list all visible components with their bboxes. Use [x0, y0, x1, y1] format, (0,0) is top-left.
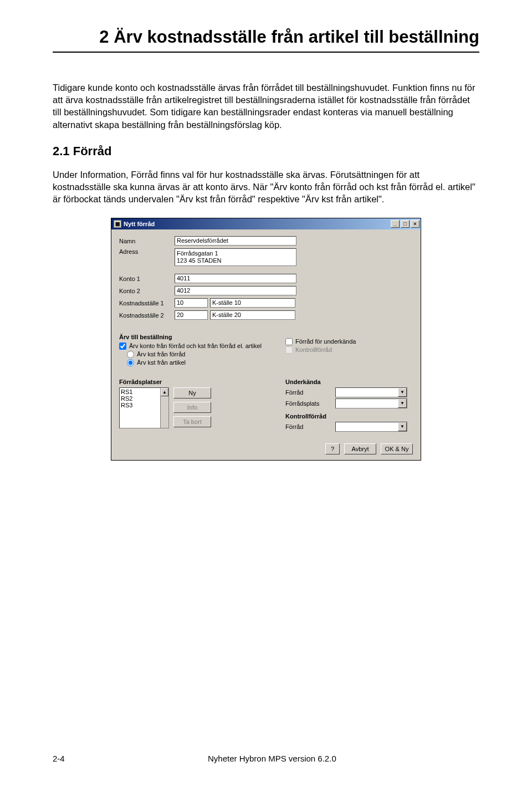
group-kontrollforrad-label: Kontrollförråd — [285, 413, 413, 420]
tabort-button: Ta bort — [173, 416, 211, 427]
input-konto2[interactable]: 4012 — [175, 286, 296, 295]
combo-underkanda-forradsplats[interactable]: ▼ — [335, 398, 407, 408]
label-kst2: Kostnadsställe 2 — [119, 312, 175, 319]
close-button[interactable]: × — [411, 220, 420, 228]
footer-text: Nyheter Hybron MPS version 6.2.0 — [65, 754, 479, 763]
checkbox-kontrollforrad-label: Kontrollförråd — [295, 346, 332, 353]
dialog-title: Nytt förråd — [124, 221, 155, 227]
maximize-button[interactable]: □ — [401, 220, 410, 228]
label-underkanda-forrad: Förråd — [285, 389, 335, 396]
radio-kst-artikel-label: Ärv kst från artikel — [137, 359, 186, 366]
label-kontroll-forrad: Förråd — [285, 423, 335, 430]
page-footer: 2-4 Nyheter Hybron MPS version 6.2.0 — [53, 754, 479, 763]
input-kst2-desc[interactable]: K-ställe 20 — [210, 310, 295, 320]
radio-kst-forrad-input[interactable] — [127, 351, 134, 358]
group-arv-label: Ärv till beställning — [119, 334, 274, 340]
page-title: 2 Ärv kostnadsställe från artikel till b… — [53, 27, 479, 48]
checkbox-arv-konto[interactable]: Ärv konto från förråd och kst från förrå… — [119, 343, 274, 350]
radio-kst-artikel[interactable]: Ärv kst från artikel — [127, 359, 274, 366]
label-kst1: Kostnadsställe 1 — [119, 300, 175, 306]
minimize-button[interactable]: _ — [391, 220, 400, 228]
ny-button[interactable]: Ny — [173, 387, 211, 398]
scroll-up-icon[interactable]: ▲ — [161, 388, 168, 396]
radio-kst-artikel-input[interactable] — [127, 359, 134, 366]
chevron-down-icon[interactable]: ▼ — [398, 388, 407, 397]
input-kst1-desc[interactable]: K-ställe 10 — [210, 298, 295, 308]
listbox-forradsplatser[interactable]: RS1 RS2 RS3 ▲ — [119, 387, 169, 428]
group-platser-label: Förrådsplatser — [119, 379, 274, 385]
input-kst1-code[interactable]: 10 — [175, 298, 208, 308]
checkbox-forrad-underkanda[interactable]: Förråd för underkända — [285, 338, 413, 345]
page-number: 2-4 — [53, 754, 65, 763]
system-menu-icon[interactable]: ▦ — [114, 220, 121, 228]
label-namn: Namn — [119, 238, 175, 244]
radio-kst-forrad[interactable]: Ärv kst från förråd — [127, 351, 274, 358]
radio-kst-forrad-label: Ärv kst från förråd — [137, 351, 185, 357]
checkbox-arv-konto-input[interactable] — [119, 343, 126, 350]
scrollbar[interactable]: ▲ — [160, 388, 168, 428]
input-konto1[interactable]: 4011 — [175, 274, 296, 283]
checkbox-arv-konto-label: Ärv konto från förråd och kst från förrå… — [129, 343, 262, 349]
input-namn[interactable]: Reservdelsförrådet — [175, 236, 296, 246]
group-underkanda-label: Underkända — [285, 379, 413, 385]
title-rule — [53, 52, 479, 53]
dialog-window: ▦ Nytt förråd _ □ × Namn Reservdelsförrå… — [111, 218, 421, 461]
dialog-titlebar[interactable]: ▦ Nytt förråd _ □ × — [111, 218, 421, 229]
label-underkanda-forradsplats: Förrådsplats — [285, 400, 335, 407]
combo-kontroll-forrad[interactable]: ▼ — [335, 422, 407, 432]
paragraph-intro: Tidigare kunde konto och kostnadsställe … — [53, 81, 479, 131]
chevron-down-icon[interactable]: ▼ — [398, 399, 407, 408]
paragraph-section: Under Information, Förråd finns val för … — [53, 168, 479, 206]
section-heading: 2.1 Förråd — [53, 144, 479, 159]
input-adress[interactable]: Förrådsgatan 1 123 45 STADEN — [175, 248, 296, 266]
combo-underkanda-forrad[interactable]: ▼ — [335, 387, 407, 397]
label-adress: Adress — [119, 248, 175, 255]
label-konto2: Konto 2 — [119, 288, 175, 294]
ok-ny-button[interactable]: OK & Ny — [381, 443, 413, 454]
chevron-down-icon[interactable]: ▼ — [398, 422, 407, 431]
label-konto1: Konto 1 — [119, 275, 175, 282]
input-kst2-code[interactable]: 20 — [175, 310, 208, 320]
info-button: Info — [173, 402, 211, 413]
checkbox-kontrollforrad-input — [285, 346, 293, 354]
checkbox-forrad-underkanda-input[interactable] — [285, 338, 293, 345]
checkbox-kontrollforrad: Kontrollförråd — [285, 346, 413, 354]
checkbox-forrad-underkanda-label: Förråd för underkända — [295, 338, 356, 345]
help-button[interactable]: ? — [325, 443, 340, 454]
avbryt-button[interactable]: Avbryt — [344, 443, 376, 454]
